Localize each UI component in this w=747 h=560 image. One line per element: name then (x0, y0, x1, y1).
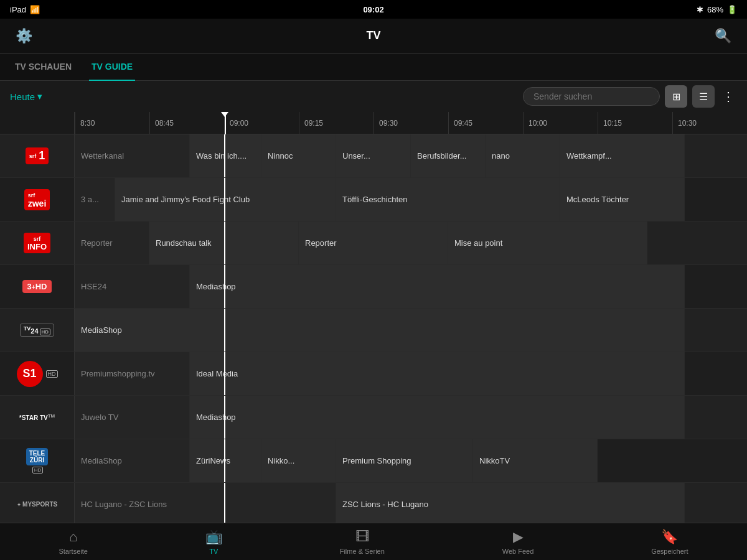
program-juwelo[interactable]: Juwelo TV (75, 396, 190, 439)
nav-web-feed-label: Web Feed (502, 548, 534, 555)
channel-logo-srfzwei[interactable]: srfzwei (0, 178, 75, 221)
time-slot-6: 10:00 (523, 112, 598, 134)
status-left: iPad 📶 (10, 5, 40, 14)
program-mediashop-3hd[interactable]: Mediashop (190, 265, 685, 308)
time-slot-1: 08:45 (149, 112, 224, 134)
program-nikko1[interactable]: Nikko... (261, 439, 336, 482)
tv-icon: 📺 (205, 529, 222, 545)
time-slot-7: 10:15 (598, 112, 672, 134)
program-ninnoc[interactable]: Ninnoc (261, 134, 336, 177)
nav-gespeichert[interactable]: 🔖 Gespeichert (651, 529, 688, 555)
srfzwei-programs: 3 a... Jamie and Jimmy's Food Fight Club… (75, 178, 747, 221)
program-mediashop-tv24[interactable]: MediaShop (75, 309, 685, 352)
table-row: *STAR TVTM Juwelo TV Mediashop (0, 396, 747, 439)
program-wettkampf[interactable]: Wettkampf... (560, 134, 685, 177)
channel-logo-telezuri[interactable]: TELEZÜRI HD (0, 439, 75, 482)
epg-rows: srf 1 Wetterkanal Was bin ich.... Ninnoc… (0, 134, 747, 523)
table-row: S1 HD Premiumshopping.tv Ideal Media (0, 352, 747, 396)
bottom-nav: ⌂ Startseite 📺 TV 🎞 Filme & Serien ▶ Web… (0, 523, 747, 560)
telezuri-programs: MediaShop ZüriNews Nikko... Premium Shop… (75, 439, 747, 482)
nav-startseite[interactable]: ⌂ Startseite (59, 529, 87, 555)
webfeed-icon: ▶ (513, 529, 524, 545)
channel-logo-mysports[interactable]: ✦ MYSPORTS (0, 483, 75, 523)
time-slot-2: 09:00 (224, 112, 299, 134)
nav-web-feed[interactable]: ▶ Web Feed (502, 529, 534, 555)
program-hc-lugano-zsc[interactable]: HC Lugano - ZSC Lions (75, 483, 336, 523)
srf1-programs: Wetterkanal Was bin ich.... Ninnoc Unser… (75, 134, 747, 177)
program-3a[interactable]: 3 a... (75, 178, 115, 221)
program-rundschau[interactable]: Rundschau talk (149, 222, 299, 264)
nav-filme-serien[interactable]: 🎞 Filme & Serien (340, 529, 385, 555)
grid-view-button[interactable]: ⊞ (665, 85, 687, 108)
channel-logo-startv[interactable]: *STAR TVTM (0, 396, 75, 439)
3plushd-logo: 3+HD (22, 280, 52, 293)
time-slot-4: 09:30 (374, 112, 448, 134)
table-row: TV24HD MediaShop (0, 309, 747, 352)
settings-button[interactable]: ⚙️ (12, 25, 35, 47)
time-header: 8:30 08:45 09:00 09:15 09:30 09:45 10:00… (0, 112, 747, 134)
channel-logo-srfinfo[interactable]: srfINFO (0, 222, 75, 264)
srf1-logo: srf 1 (26, 147, 49, 164)
channel-logo-tv24hd[interactable]: TV24HD (0, 309, 75, 352)
program-premium-shopping[interactable]: Premium Shopping (336, 439, 473, 482)
program-berufsbilder[interactable]: Berufsbilder... (411, 134, 486, 177)
table-row: srf 1 Wetterkanal Was bin ich.... Ninnoc… (0, 134, 747, 178)
3plushd-programs: HSE24 Mediashop (75, 265, 747, 308)
time-slot-0: 8:30 (75, 112, 149, 134)
table-row: TELEZÜRI HD MediaShop ZüriNews Nikko... … (0, 439, 747, 483)
program-was-bin-ich[interactable]: Was bin ich.... (190, 134, 261, 177)
program-zsc-hc-lugano[interactable]: ZSC Lions - HC Lugano (336, 483, 685, 523)
time-slot-5: 09:45 (448, 112, 523, 134)
channel-logo-3plushd[interactable]: 3+HD (0, 265, 75, 308)
program-jamie[interactable]: Jamie and Jimmy's Food Fight Club (115, 178, 336, 221)
battery-label: 68% (707, 5, 723, 14)
list-view-button[interactable]: ☰ (692, 85, 715, 108)
s1hd-programs: Premiumshopping.tv Ideal Media (75, 352, 747, 395)
tabs-bar: TV SCHAUEN TV GUIDE (0, 54, 747, 81)
s1-circle: S1 (17, 361, 43, 387)
program-zurinews[interactable]: ZüriNews (190, 439, 261, 482)
program-mcleods[interactable]: McLeods Töchter (560, 178, 685, 221)
time-slot-3: 09:15 (299, 112, 374, 134)
program-miseaupoint[interactable]: Mise au point (448, 222, 647, 264)
program-premiumshopping[interactable]: Premiumshopping.tv (75, 352, 190, 395)
today-button[interactable]: Heute ▾ (10, 91, 42, 102)
s1hd-logo: S1 HD (17, 361, 58, 387)
startv-programs: Juwelo TV Mediashop (75, 396, 747, 439)
nav-filme-serien-label: Filme & Serien (340, 548, 385, 555)
program-mediashop-star[interactable]: Mediashop (190, 396, 685, 439)
mysports-programs: HC Lugano - ZSC Lions ZSC Lions - HC Lug… (75, 483, 747, 523)
srfzwei-logo: srfzwei (24, 189, 50, 210)
srfinfo-programs: Reporter Rundschau talk Reporter Mise au… (75, 222, 747, 264)
status-right: ✱ 68% 🔋 (697, 5, 737, 14)
program-unser[interactable]: Unser... (336, 134, 411, 177)
home-icon: ⌂ (69, 529, 77, 545)
channel-logo-s1hd[interactable]: S1 HD (0, 352, 75, 395)
channel-logo-srf1[interactable]: srf 1 (0, 134, 75, 177)
search-input[interactable] (523, 87, 660, 106)
channel-col-header (0, 112, 75, 134)
program-toeffli[interactable]: Töffli-Geschichten (336, 178, 560, 221)
program-reporter2[interactable]: Reporter (299, 222, 448, 264)
tab-tv-schauen[interactable]: TV SCHAUEN (12, 54, 74, 81)
tab-tv-guide[interactable]: TV GUIDE (89, 54, 135, 81)
program-wetterkanal[interactable]: Wetterkanal (75, 134, 190, 177)
nav-tv[interactable]: 📺 TV (205, 529, 222, 555)
search-button[interactable]: 🔍 (712, 25, 735, 47)
program-nano[interactable]: nano (486, 134, 560, 177)
battery-icon: 🔋 (727, 5, 737, 14)
nav-tv-label: TV (209, 548, 218, 555)
table-row: 3+HD HSE24 Mediashop (0, 265, 747, 309)
program-hse24[interactable]: HSE24 (75, 265, 190, 308)
table-row: srfzwei 3 a... Jamie and Jimmy's Food Fi… (0, 178, 747, 222)
program-reporter1[interactable]: Reporter (75, 222, 149, 264)
nav-gespeichert-label: Gespeichert (651, 548, 688, 555)
program-ideal-media[interactable]: Ideal Media (190, 352, 685, 395)
time-slots: 8:30 08:45 09:00 09:15 09:30 09:45 10:00… (75, 112, 747, 134)
nav-startseite-label: Startseite (59, 548, 87, 555)
epg-container: 8:30 08:45 09:00 09:15 09:30 09:45 10:00… (0, 112, 747, 523)
device-label: iPad (10, 5, 26, 14)
more-button[interactable]: ⋮ (720, 89, 737, 104)
program-nikkotv[interactable]: NikkoTV (473, 439, 598, 482)
program-mediashop-telezuri[interactable]: MediaShop (75, 439, 190, 482)
